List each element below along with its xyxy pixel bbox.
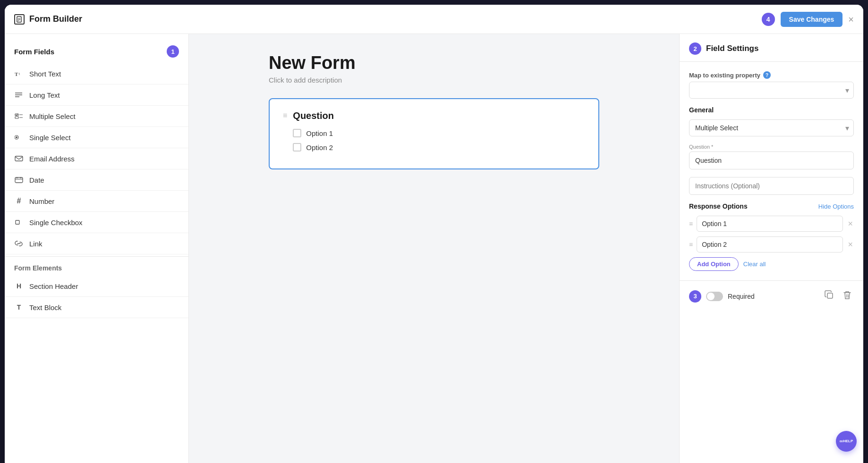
sidebar-item-label-single-checkbox: Single Checkbox xyxy=(29,219,83,227)
option-remove-btn-2[interactable]: × xyxy=(847,239,854,250)
sidebar-item-label-link: Link xyxy=(29,240,43,248)
panel-body: Map to existing property ? General Mult xyxy=(680,62,863,280)
question-field-row: Question * xyxy=(689,144,854,169)
text-block-icon: T xyxy=(14,303,24,312)
svg-rect-16 xyxy=(15,177,23,183)
title-bar-right: 4 Save Changes × xyxy=(762,12,854,27)
svg-rect-20 xyxy=(16,220,19,224)
map-property-select[interactable] xyxy=(689,82,854,99)
map-property-select-wrapper xyxy=(689,82,854,99)
sidebar-item-label-date: Date xyxy=(29,176,44,184)
short-text-icon: T t xyxy=(14,69,24,78)
panel-header: 2 Field Settings xyxy=(680,34,863,62)
sidebar-item-single-checkbox[interactable]: Single Checkbox xyxy=(5,212,188,233)
help-icon[interactable]: ? xyxy=(763,71,771,79)
svg-text:t: t xyxy=(19,72,20,76)
required-toggle[interactable] xyxy=(706,292,723,301)
svg-rect-22 xyxy=(827,293,833,298)
form-title[interactable]: New Form xyxy=(269,53,599,73)
sidebar-item-single-select[interactable]: Single Select xyxy=(5,127,188,148)
option-input-1[interactable] xyxy=(697,216,843,232)
save-changes-button[interactable]: Save Changes xyxy=(781,12,843,27)
long-text-icon xyxy=(14,90,24,100)
title-bar: Form Builder 4 Save Changes × xyxy=(5,5,863,34)
instructions-field-row xyxy=(689,177,854,195)
sidebar-item-date[interactable]: Date xyxy=(5,169,188,191)
canvas-option-row-2: Option 2 xyxy=(293,143,585,152)
drag-handle-icon[interactable]: ≡ xyxy=(283,111,287,120)
fields-badge: 1 xyxy=(167,45,179,58)
instructions-input[interactable] xyxy=(689,177,854,195)
option-checkbox-1 xyxy=(293,129,301,137)
sidebar-item-label-multiple-select: Multiple Select xyxy=(29,112,76,120)
right-panel: 2 Field Settings Map to existing propert… xyxy=(679,34,863,463)
single-checkbox-icon xyxy=(14,218,24,227)
sidebar-item-text-block[interactable]: T Text Block xyxy=(5,297,188,318)
multiple-select-icon xyxy=(14,111,24,121)
general-label: General xyxy=(689,106,854,114)
add-clear-row: Add Option Clear all xyxy=(689,257,854,271)
required-label: Required xyxy=(728,293,755,300)
option-drag-handle-2[interactable]: ≡ xyxy=(689,241,693,248)
sidebar: Form Fields 1 T t Short Text xyxy=(5,34,189,463)
panel-badge-2: 2 xyxy=(689,42,701,55)
svg-rect-15 xyxy=(15,156,23,161)
form-description[interactable]: Click to add description xyxy=(269,76,599,84)
form-canvas: New Form Click to add description ≡ Ques… xyxy=(269,53,599,169)
sidebar-item-label-long-text: Long Text xyxy=(29,91,60,99)
canvas-option-text-1: Option 1 xyxy=(306,129,333,137)
sidebar-item-label-text-block: Text Block xyxy=(29,303,61,311)
sidebar-item-long-text[interactable]: Long Text xyxy=(5,84,188,106)
form-fields-section-header: Form Fields 1 xyxy=(5,42,188,63)
email-address-icon xyxy=(14,154,24,163)
required-row: 3 Required xyxy=(689,290,755,303)
hide-options-link[interactable]: Hide Options xyxy=(818,203,854,210)
sidebar-item-link[interactable]: Link xyxy=(5,233,188,254)
sidebar-item-label-short-text: Short Text xyxy=(29,70,61,78)
sidebar-item-email-address[interactable]: Email Address xyxy=(5,148,188,169)
question-content: Question Option 1 Option 2 xyxy=(293,110,585,157)
section-header-icon: H xyxy=(14,281,24,291)
sidebar-item-label-email: Email Address xyxy=(29,155,75,163)
add-option-button[interactable]: Add Option xyxy=(689,257,739,271)
option-input-row-1: ≡ × xyxy=(689,216,854,232)
number-icon: # xyxy=(14,196,24,206)
option-remove-btn-1[interactable]: × xyxy=(847,219,854,229)
svg-point-14 xyxy=(16,136,17,138)
svg-rect-11 xyxy=(15,117,18,118)
type-select-wrapper: Multiple Select Single Select xyxy=(689,119,854,136)
delete-button[interactable] xyxy=(841,288,854,304)
step-badge-4: 4 xyxy=(762,13,775,26)
footer-actions xyxy=(823,288,854,304)
canvas-option-row-1: Option 1 xyxy=(293,129,585,137)
form-fields-title: Form Fields xyxy=(14,48,54,56)
date-icon xyxy=(14,175,24,185)
response-options-header: Response Options Hide Options xyxy=(689,202,854,210)
option-input-row-2: ≡ × xyxy=(689,236,854,253)
panel-badge-3: 3 xyxy=(689,290,701,303)
link-icon xyxy=(14,239,24,248)
option-input-2[interactable] xyxy=(697,236,843,253)
question-input[interactable] xyxy=(689,152,854,169)
type-select[interactable]: Multiple Select Single Select xyxy=(689,119,854,136)
panel-footer: 3 Required xyxy=(680,280,863,311)
main-layout: Form Fields 1 T t Short Text xyxy=(5,34,863,463)
question-field-label: Question * xyxy=(689,144,854,150)
sidebar-item-multiple-select[interactable]: Multiple Select xyxy=(5,106,188,127)
option-drag-handle-1[interactable]: ≡ xyxy=(689,220,693,227)
form-elements-title: Form Elements xyxy=(14,264,62,272)
single-select-icon xyxy=(14,133,24,142)
copy-button[interactable] xyxy=(823,288,836,304)
sidebar-item-short-text[interactable]: T t Short Text xyxy=(5,63,188,84)
help-fab[interactable]: ∞HELP xyxy=(836,431,857,452)
response-options-title: Response Options xyxy=(689,202,748,210)
map-property-label: Map to existing property ? xyxy=(689,71,854,79)
sidebar-item-number[interactable]: # Number xyxy=(5,191,188,212)
option-checkbox-2 xyxy=(293,143,301,152)
close-button[interactable]: × xyxy=(848,15,854,24)
app-title: Form Builder xyxy=(29,14,82,24)
question-block[interactable]: ≡ Question Option 1 Option 2 xyxy=(269,98,599,169)
canvas-option-text-2: Option 2 xyxy=(306,143,333,152)
clear-all-button[interactable]: Clear all xyxy=(743,261,766,268)
sidebar-item-section-header[interactable]: H Section Header xyxy=(5,276,188,297)
